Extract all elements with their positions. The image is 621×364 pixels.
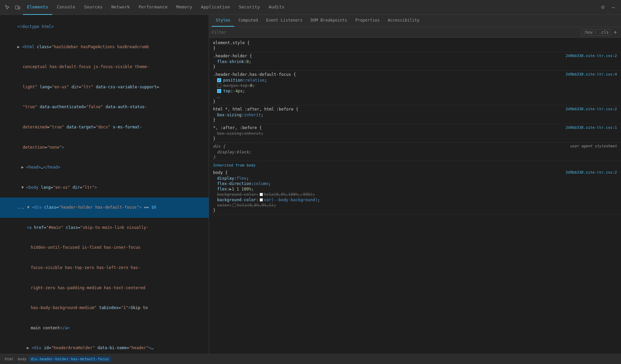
tab-properties[interactable]: Properties	[351, 14, 384, 27]
css-source-link[interactable]: 2d9bb338.site-ltr.css:2	[566, 170, 617, 175]
tab-dom-breakpoints[interactable]: DOM Breakpoints	[307, 14, 351, 27]
css-close-brace: }	[213, 99, 617, 104]
breadcrumb-item-div[interactable]: div.header-holder.has-default-focus	[29, 356, 111, 362]
feedback-icon[interactable]: ☺	[598, 3, 608, 12]
prop-name[interactable]: display	[217, 176, 234, 181]
add-style-button[interactable]: +	[612, 29, 618, 35]
prop-name[interactable]: background-color	[217, 198, 256, 202]
css-source-link[interactable]: 2d9bb338.site-ltr.css:2	[566, 54, 617, 58]
prop-name[interactable]: box-sizing	[217, 113, 241, 117]
prop-value[interactable]: relative	[245, 78, 265, 83]
prop-name[interactable]: box-sizing	[217, 131, 241, 136]
prop-value[interactable]: hsla(0,0%,100%,.999)	[264, 192, 313, 197]
tab-accessibility[interactable]: Accessibility	[384, 14, 423, 27]
dom-line-head[interactable]: ▶ <head>…</head>	[0, 157, 209, 178]
color-swatch[interactable]	[260, 198, 263, 202]
prop-value[interactable]: 0	[250, 83, 252, 88]
device-toggle-icon[interactable]	[13, 3, 22, 12]
dom-line-header-holder[interactable]: ... ▼ <div class="header-holder has-defa…	[0, 198, 209, 218]
css-prop-color-strikethrough: color: hsla(0,0%,9%,1);	[213, 203, 617, 208]
css-source-link[interactable]: 2d9bb338.site-ltr.css:4	[566, 72, 617, 77]
selector-text: html *, html :after, html :before {	[213, 107, 298, 112]
dom-line-skip-link[interactable]: <a href="#main" class="skip-to-main-link…	[0, 218, 209, 238]
dom-line-skip-link3[interactable]: focus-visible has-top-zero has-left-zero…	[0, 258, 209, 278]
cursor-icon[interactable]	[3, 3, 12, 12]
prop-name[interactable]: flex-direction	[217, 181, 251, 186]
prop-value[interactable]: hsla(0,0%,9%,1)	[237, 203, 273, 208]
prop-value[interactable]: inherit	[244, 113, 261, 117]
breadcrumb-item-html[interactable]: html	[3, 356, 16, 362]
dom-line-skip-link4[interactable]: right-zero has-padding-medium has-text-c…	[0, 278, 209, 298]
tab-console[interactable]: Console	[53, 0, 80, 15]
css-selector-div: div { user agent stylesheet	[213, 144, 617, 149]
prop-name[interactable]: color	[217, 203, 229, 208]
dom-line-doctype[interactable]: <!doctype html>	[0, 17, 209, 37]
selector-text: .header-holder {	[213, 54, 252, 58]
prop-value[interactable]: block	[237, 150, 249, 154]
dom-line-html[interactable]: ▶ <html class="hasSidebar hasPageActions…	[0, 37, 209, 57]
svg-rect-1	[19, 7, 20, 9]
prop-value[interactable]: inherit	[244, 131, 261, 136]
prop-name[interactable]: position	[223, 78, 243, 83]
prop-value[interactable]: -4px	[233, 89, 243, 93]
tab-network[interactable]: Network	[107, 0, 134, 15]
styles-content: element.style { } .header-holder { 2d9bb…	[209, 38, 621, 354]
dom-line-html-attrs5[interactable]: detection="none">	[0, 137, 209, 157]
filter-input[interactable]	[212, 30, 581, 35]
more-options-icon[interactable]: ⋯	[609, 3, 618, 12]
inherited-element[interactable]: body	[246, 163, 256, 168]
tab-memory[interactable]: Memory	[172, 0, 196, 15]
prop-value[interactable]: flex	[237, 176, 246, 181]
css-source-link[interactable]: 2d9bb338.site-ltr.css:2	[566, 107, 617, 111]
css-prop-flex-shrink: flex-shrink: 0;	[213, 59, 617, 64]
prop-name[interactable]: top	[223, 89, 231, 93]
css-rule-body: body { 2d9bb338.site-ltr.css:2 display: …	[209, 169, 621, 214]
css-prop-bg-color-strikethrough: background-color: hsla(0,0%,100%,.999);	[213, 192, 617, 197]
dom-line-html-attrs4[interactable]: determined="true" data-target="docs" x-m…	[0, 117, 209, 138]
css-prop-display-block: display: block;	[213, 149, 617, 155]
css-prop-flex: flex: ▶ 1 1 100%;	[213, 186, 617, 192]
prop-name[interactable]: margin-top	[223, 83, 247, 88]
dom-tree-panel[interactable]: <!doctype html> ▶ <html class="hasSideba…	[0, 15, 209, 354]
dom-line-skip-link2[interactable]: hidden-until-focused is-fixed has-inner-…	[0, 238, 209, 258]
tab-performance[interactable]: Performance	[135, 0, 172, 15]
prop-name[interactable]: flex-shrink	[217, 59, 244, 64]
css-prop-margin-top: margin-top: 0;	[213, 83, 617, 88]
prop-name[interactable]: display	[217, 150, 234, 154]
prop-value[interactable]: 1 1 100%	[232, 187, 251, 191]
tab-elements[interactable]: Elements	[23, 0, 52, 15]
prop-checkbox-top[interactable]	[217, 89, 221, 93]
dom-line-html-attrs[interactable]: conceptual has-default-focus js-focus-vi…	[0, 57, 209, 77]
tab-event-listeners[interactable]: Event Listeners	[262, 14, 306, 27]
prop-value[interactable]: 0	[246, 59, 249, 64]
cls-button[interactable]: .cls	[596, 29, 611, 36]
tab-computed[interactable]: Computed	[234, 14, 262, 27]
css-selector-star: *, :after, :before { 2d9bb338.site-ltr.c…	[213, 125, 617, 130]
breadcrumb-item-body[interactable]: body	[16, 356, 29, 362]
prop-name[interactable]: flex	[217, 187, 227, 191]
css-selector-header-holder: .header-holder { 2d9bb338.site-ltr.css:2	[213, 54, 617, 58]
dom-line-skip-link6[interactable]: main content</a>	[0, 318, 209, 338]
prop-name[interactable]: background-color	[217, 192, 256, 197]
selector-text: element.style {	[213, 40, 249, 45]
prop-value[interactable]: var(--body-background)	[264, 198, 318, 202]
css-selector-header-holder-focus: .header-holder.has-default-focus { 2d9bb…	[213, 72, 617, 77]
tab-application[interactable]: Application	[197, 0, 234, 15]
prop-value[interactable]: column	[254, 181, 268, 186]
flex-expand-icon[interactable]: ▶	[229, 187, 232, 191]
dom-line-header-area[interactable]: ▶ <div id="headerAreaHolder" data-bi-nam…	[0, 338, 209, 354]
css-source-link[interactable]: 2d9bb338.site-ltr.css:1	[566, 125, 617, 130]
tab-styles[interactable]: Styles	[212, 14, 234, 27]
hov-button[interactable]: :hov	[581, 29, 595, 36]
dom-line-body[interactable]: ▼ <body lang="en-us" dir="ltr">	[0, 178, 209, 198]
prop-checkbox-margin-top[interactable]	[217, 84, 221, 88]
dom-line-html-attrs3[interactable]: "true" data-authenticated="false" data-a…	[0, 97, 209, 117]
color-swatch[interactable]	[260, 193, 263, 196]
color-swatch[interactable]	[233, 204, 236, 207]
dom-line-html-attrs2[interactable]: light" lang="en-us" dir="ltr" data-css-v…	[0, 77, 209, 97]
tab-audits[interactable]: Audits	[265, 0, 289, 15]
prop-checkbox-position[interactable]	[217, 78, 221, 82]
tab-security[interactable]: Security	[235, 0, 264, 15]
tab-sources[interactable]: Sources	[80, 0, 107, 15]
dom-line-skip-link5[interactable]: has-body-background-medium" tabindex="1"…	[0, 298, 209, 318]
